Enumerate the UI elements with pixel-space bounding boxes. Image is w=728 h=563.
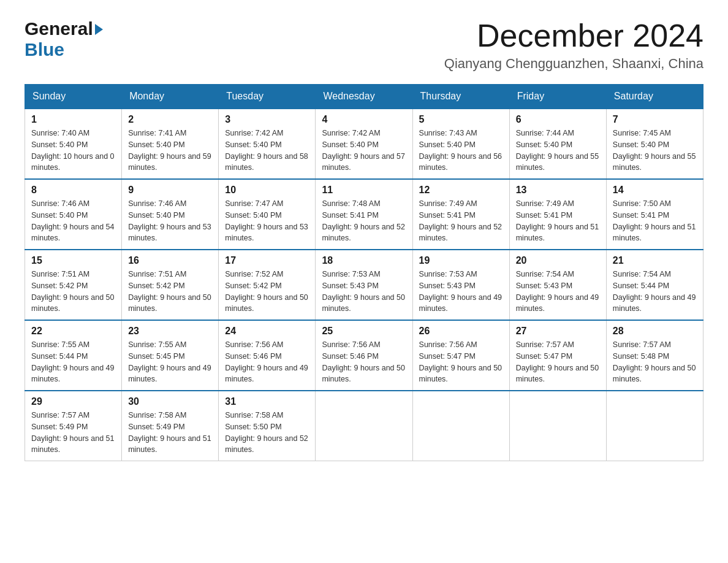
weekday-header-sunday: Sunday <box>25 85 122 109</box>
calendar-cell <box>509 391 606 461</box>
calendar-cell: 4Sunrise: 7:42 AMSunset: 5:40 PMDaylight… <box>316 109 412 179</box>
day-number: 25 <box>322 326 406 337</box>
weekday-header-monday: Monday <box>122 85 219 109</box>
day-info: Sunrise: 7:46 AMSunset: 5:40 PMDaylight:… <box>128 198 212 244</box>
day-info: Sunrise: 7:47 AMSunset: 5:40 PMDaylight:… <box>225 198 309 244</box>
day-number: 2 <box>128 114 212 125</box>
calendar-cell: 31Sunrise: 7:58 AMSunset: 5:50 PMDayligh… <box>219 391 316 461</box>
weekday-header-thursday: Thursday <box>412 85 509 109</box>
calendar-cell: 24Sunrise: 7:56 AMSunset: 5:46 PMDayligh… <box>219 320 316 391</box>
calendar-cell: 14Sunrise: 7:50 AMSunset: 5:41 PMDayligh… <box>606 179 703 250</box>
calendar-cell: 7Sunrise: 7:45 AMSunset: 5:40 PMDaylight… <box>606 109 703 179</box>
day-info: Sunrise: 7:50 AMSunset: 5:41 PMDaylight:… <box>613 198 697 244</box>
calendar-cell: 23Sunrise: 7:55 AMSunset: 5:45 PMDayligh… <box>122 320 219 391</box>
day-number: 16 <box>128 255 212 266</box>
day-info: Sunrise: 7:58 AMSunset: 5:50 PMDaylight:… <box>225 410 309 456</box>
calendar-cell: 26Sunrise: 7:56 AMSunset: 5:47 PMDayligh… <box>412 320 509 391</box>
calendar-cell: 3Sunrise: 7:42 AMSunset: 5:40 PMDaylight… <box>219 109 316 179</box>
day-info: Sunrise: 7:57 AMSunset: 5:47 PMDaylight:… <box>516 339 600 385</box>
day-info: Sunrise: 7:54 AMSunset: 5:43 PMDaylight:… <box>516 269 600 315</box>
day-info: Sunrise: 7:53 AMSunset: 5:43 PMDaylight:… <box>419 269 503 315</box>
day-info: Sunrise: 7:58 AMSunset: 5:49 PMDaylight:… <box>128 410 212 456</box>
calendar-cell: 29Sunrise: 7:57 AMSunset: 5:49 PMDayligh… <box>25 391 122 461</box>
day-info: Sunrise: 7:56 AMSunset: 5:47 PMDaylight:… <box>419 339 503 385</box>
day-number: 26 <box>419 326 503 337</box>
day-number: 21 <box>613 255 697 266</box>
day-info: Sunrise: 7:48 AMSunset: 5:41 PMDaylight:… <box>322 198 406 244</box>
calendar-cell: 17Sunrise: 7:52 AMSunset: 5:42 PMDayligh… <box>219 250 316 320</box>
day-number: 5 <box>419 114 503 125</box>
day-info: Sunrise: 7:52 AMSunset: 5:42 PMDaylight:… <box>225 269 309 315</box>
calendar-cell: 13Sunrise: 7:49 AMSunset: 5:41 PMDayligh… <box>509 179 606 250</box>
calendar-cell: 30Sunrise: 7:58 AMSunset: 5:49 PMDayligh… <box>122 391 219 461</box>
calendar-cell: 28Sunrise: 7:57 AMSunset: 5:48 PMDayligh… <box>606 320 703 391</box>
day-info: Sunrise: 7:57 AMSunset: 5:48 PMDaylight:… <box>613 339 697 385</box>
calendar-cell: 5Sunrise: 7:43 AMSunset: 5:40 PMDaylight… <box>412 109 509 179</box>
day-number: 17 <box>225 255 309 266</box>
day-number: 29 <box>31 396 115 407</box>
day-info: Sunrise: 7:56 AMSunset: 5:46 PMDaylight:… <box>322 339 406 385</box>
day-number: 22 <box>31 326 115 337</box>
calendar-cell: 22Sunrise: 7:55 AMSunset: 5:44 PMDayligh… <box>25 320 122 391</box>
calendar-cell <box>316 391 412 461</box>
day-number: 28 <box>613 326 697 337</box>
day-info: Sunrise: 7:49 AMSunset: 5:41 PMDaylight:… <box>419 198 503 244</box>
day-number: 7 <box>613 114 697 125</box>
day-number: 31 <box>225 396 309 407</box>
calendar-cell: 6Sunrise: 7:44 AMSunset: 5:40 PMDaylight… <box>509 109 606 179</box>
calendar-cell: 12Sunrise: 7:49 AMSunset: 5:41 PMDayligh… <box>412 179 509 250</box>
calendar-cell: 2Sunrise: 7:41 AMSunset: 5:40 PMDaylight… <box>122 109 219 179</box>
day-info: Sunrise: 7:41 AMSunset: 5:40 PMDaylight:… <box>128 128 212 174</box>
day-number: 13 <box>516 185 600 196</box>
day-number: 4 <box>322 114 406 125</box>
logo-general-text: General <box>25 18 93 39</box>
weekday-header-saturday: Saturday <box>606 85 703 109</box>
day-info: Sunrise: 7:42 AMSunset: 5:40 PMDaylight:… <box>225 128 309 174</box>
day-number: 10 <box>225 185 309 196</box>
day-number: 9 <box>128 185 212 196</box>
day-info: Sunrise: 7:40 AMSunset: 5:40 PMDaylight:… <box>31 128 115 174</box>
calendar-cell: 25Sunrise: 7:56 AMSunset: 5:46 PMDayligh… <box>316 320 412 391</box>
calendar-cell: 21Sunrise: 7:54 AMSunset: 5:44 PMDayligh… <box>606 250 703 320</box>
title-section: December 2024 Qianyang Chengguanzhen, Sh… <box>444 18 703 72</box>
day-number: 23 <box>128 326 212 337</box>
calendar-week-row: 29Sunrise: 7:57 AMSunset: 5:49 PMDayligh… <box>25 391 703 461</box>
weekday-header-wednesday: Wednesday <box>316 85 412 109</box>
calendar-cell: 18Sunrise: 7:53 AMSunset: 5:43 PMDayligh… <box>316 250 412 320</box>
logo-blue-text: Blue <box>25 39 64 59</box>
day-info: Sunrise: 7:57 AMSunset: 5:49 PMDaylight:… <box>31 410 115 456</box>
weekday-header-tuesday: Tuesday <box>219 85 316 109</box>
calendar-cell: 11Sunrise: 7:48 AMSunset: 5:41 PMDayligh… <box>316 179 412 250</box>
day-number: 8 <box>31 185 115 196</box>
day-number: 1 <box>31 114 115 125</box>
day-info: Sunrise: 7:44 AMSunset: 5:40 PMDaylight:… <box>516 128 600 174</box>
day-number: 18 <box>322 255 406 266</box>
logo-triangle-icon <box>95 24 103 35</box>
page-header: General Blue December 2024 Qianyang Chen… <box>25 18 703 72</box>
calendar-week-row: 22Sunrise: 7:55 AMSunset: 5:44 PMDayligh… <box>25 320 703 391</box>
calendar-cell <box>412 391 509 461</box>
day-number: 14 <box>613 185 697 196</box>
day-info: Sunrise: 7:51 AMSunset: 5:42 PMDaylight:… <box>31 269 115 315</box>
calendar-cell <box>606 391 703 461</box>
day-number: 6 <box>516 114 600 125</box>
calendar-header-row: SundayMondayTuesdayWednesdayThursdayFrid… <box>25 85 703 109</box>
calendar-week-row: 1Sunrise: 7:40 AMSunset: 5:40 PMDaylight… <box>25 109 703 179</box>
location-title: Qianyang Chengguanzhen, Shaanxi, China <box>444 56 703 72</box>
calendar-week-row: 15Sunrise: 7:51 AMSunset: 5:42 PMDayligh… <box>25 250 703 320</box>
day-info: Sunrise: 7:55 AMSunset: 5:44 PMDaylight:… <box>31 339 115 385</box>
calendar-cell: 9Sunrise: 7:46 AMSunset: 5:40 PMDaylight… <box>122 179 219 250</box>
calendar-cell: 16Sunrise: 7:51 AMSunset: 5:42 PMDayligh… <box>122 250 219 320</box>
calendar-cell: 27Sunrise: 7:57 AMSunset: 5:47 PMDayligh… <box>509 320 606 391</box>
logo: General Blue <box>25 18 103 60</box>
calendar-cell: 10Sunrise: 7:47 AMSunset: 5:40 PMDayligh… <box>219 179 316 250</box>
day-info: Sunrise: 7:51 AMSunset: 5:42 PMDaylight:… <box>128 269 212 315</box>
day-info: Sunrise: 7:53 AMSunset: 5:43 PMDaylight:… <box>322 269 406 315</box>
day-info: Sunrise: 7:54 AMSunset: 5:44 PMDaylight:… <box>613 269 697 315</box>
calendar-cell: 15Sunrise: 7:51 AMSunset: 5:42 PMDayligh… <box>25 250 122 320</box>
calendar-cell: 19Sunrise: 7:53 AMSunset: 5:43 PMDayligh… <box>412 250 509 320</box>
day-info: Sunrise: 7:42 AMSunset: 5:40 PMDaylight:… <box>322 128 406 174</box>
calendar-cell: 8Sunrise: 7:46 AMSunset: 5:40 PMDaylight… <box>25 179 122 250</box>
day-info: Sunrise: 7:55 AMSunset: 5:45 PMDaylight:… <box>128 339 212 385</box>
day-info: Sunrise: 7:46 AMSunset: 5:40 PMDaylight:… <box>31 198 115 244</box>
